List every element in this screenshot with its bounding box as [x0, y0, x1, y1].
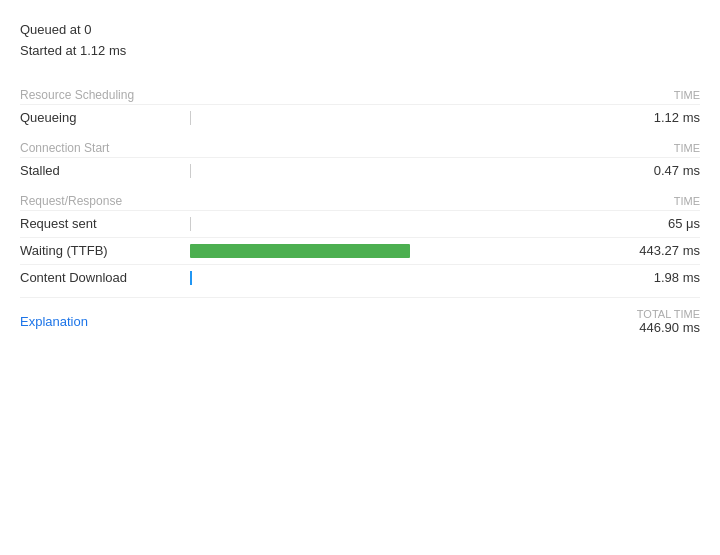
footer-right: TOTAL TIME 446.90 ms: [637, 308, 700, 335]
stalled-bar-area: [180, 163, 600, 179]
ttfb-label: Waiting (TTFB): [20, 243, 180, 258]
stalled-tick: [190, 164, 191, 178]
connection-start-header: Connection Start TIME: [20, 135, 700, 157]
connection-start-section: Connection Start TIME Stalled 0.47 ms: [20, 135, 700, 184]
queueing-bar-area: [180, 110, 600, 126]
queueing-label: Queueing: [20, 110, 180, 125]
resource-scheduling-time-label: TIME: [674, 89, 700, 101]
ttfb-bar: [190, 244, 410, 258]
stalled-row: Stalled 0.47 ms: [20, 157, 700, 184]
queueing-tick: [190, 111, 191, 125]
request-response-header: Request/Response TIME: [20, 188, 700, 210]
content-download-label: Content Download: [20, 270, 180, 285]
stalled-label: Stalled: [20, 163, 180, 178]
request-sent-tick: [190, 217, 191, 231]
started-line: Started at 1.12 ms: [20, 41, 700, 62]
resource-scheduling-section: Resource Scheduling TIME Queueing 1.12 m…: [20, 82, 700, 131]
ttfb-row: Waiting (TTFB) 443.27 ms: [20, 237, 700, 264]
resource-scheduling-label: Resource Scheduling: [20, 88, 134, 102]
resource-scheduling-header: Resource Scheduling TIME: [20, 82, 700, 104]
connection-start-time-label: TIME: [674, 142, 700, 154]
request-sent-bar-area: [180, 216, 600, 232]
queued-line: Queued at 0: [20, 20, 700, 41]
ttfb-time: 443.27 ms: [600, 243, 700, 258]
request-sent-time: 65 μs: [600, 216, 700, 231]
content-download-row: Content Download 1.98 ms: [20, 264, 700, 291]
header-section: Queued at 0 Started at 1.12 ms: [20, 20, 700, 62]
content-download-time: 1.98 ms: [600, 270, 700, 285]
content-download-bar: [190, 271, 192, 285]
request-sent-row: Request sent 65 μs: [20, 210, 700, 237]
footer: Explanation TOTAL TIME 446.90 ms: [20, 297, 700, 339]
ttfb-bar-area: [180, 243, 600, 259]
total-time-value: 446.90 ms: [637, 320, 700, 335]
total-time-label: TOTAL TIME: [637, 308, 700, 320]
request-response-section: Request/Response TIME Request sent 65 μs…: [20, 188, 700, 291]
queueing-time: 1.12 ms: [600, 110, 700, 125]
request-response-label: Request/Response: [20, 194, 122, 208]
request-response-time-label: TIME: [674, 195, 700, 207]
timing-panel: Queued at 0 Started at 1.12 ms Resource …: [0, 0, 720, 349]
connection-start-label: Connection Start: [20, 141, 109, 155]
request-sent-label: Request sent: [20, 216, 180, 231]
content-download-bar-area: [180, 270, 600, 286]
queueing-row: Queueing 1.12 ms: [20, 104, 700, 131]
stalled-time: 0.47 ms: [600, 163, 700, 178]
explanation-link[interactable]: Explanation: [20, 314, 88, 329]
